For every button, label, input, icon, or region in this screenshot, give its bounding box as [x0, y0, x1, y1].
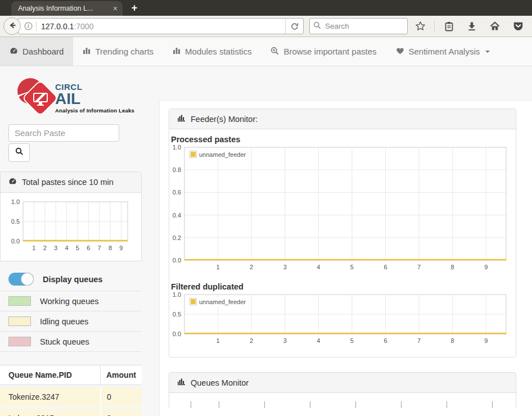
search-paste-input[interactable]	[8, 124, 119, 142]
svg-text:1.0: 1.0	[173, 292, 181, 298]
nav-item-sentiment-analysis[interactable]: Sentiment Analysis	[386, 37, 500, 66]
nav-item-browse-important-pastes[interactable]: Browse important pastes	[261, 37, 386, 66]
search-paste-button[interactable]	[8, 143, 30, 162]
feeder-monitor-panel: Feeder(s) Monitor: Processed pastes 1234…	[169, 108, 516, 358]
chart-legend: unnamed_feeder	[188, 150, 247, 159]
bar-chart-icon	[83, 47, 91, 56]
chart-panel-icon	[177, 114, 186, 124]
heart-icon	[396, 47, 404, 56]
svg-text:6: 6	[384, 264, 387, 270]
svg-text:0.5: 0.5	[173, 311, 181, 318]
svg-text:5: 5	[350, 264, 354, 270]
toggle-knob	[21, 273, 34, 286]
gauge-icon	[8, 177, 17, 187]
processed-pastes-chart: 1234567890.00.20.40.60.81.0unnamed_feede…	[170, 145, 515, 273]
downloads-icon[interactable]	[466, 20, 477, 33]
new-tab-button[interactable]: +	[127, 1, 142, 15]
svg-text:1: 1	[217, 337, 220, 344]
svg-text:2: 2	[250, 337, 253, 344]
queue-table-header: Queue Name.PID Amount	[0, 365, 142, 385]
dashboard-gauge-icon	[10, 47, 18, 57]
svg-text:9: 9	[484, 337, 488, 344]
url-port: :7000	[74, 22, 93, 31]
amount-header: Amount	[100, 365, 142, 385]
total-pastes-title: Total pastes since 10 min	[22, 178, 114, 187]
svg-text:0.8: 0.8	[173, 166, 181, 173]
search-plus-icon	[270, 47, 279, 57]
svg-text:7: 7	[98, 245, 101, 251]
browser-toolbar: 127.0.0.1:7000	[0, 16, 532, 37]
url-text[interactable]: 127.0.0.1:7000	[41, 22, 285, 31]
svg-text:7: 7	[417, 337, 421, 344]
logo-monitor-icon	[33, 93, 48, 102]
svg-text:6: 6	[87, 245, 90, 251]
nav-item-trending-charts[interactable]: Trending charts	[73, 37, 163, 66]
svg-text:0.0: 0.0	[173, 331, 181, 337]
tab-title: Analysis Information L...	[18, 4, 110, 12]
bookmarks-clipboard-icon[interactable]	[443, 20, 454, 33]
feeder-monitor-title: Feeder(s) Monitor:	[191, 115, 258, 124]
nav-item-dashboard[interactable]: Dashboard	[0, 37, 73, 66]
main-content: Feeder(s) Monitor: Processed pastes 1234…	[159, 100, 532, 416]
svg-text:0.0: 0.0	[173, 257, 181, 264]
browser-search-bar[interactable]	[309, 18, 408, 34]
svg-text:2: 2	[43, 245, 47, 251]
svg-text:2: 2	[250, 264, 253, 270]
reload-button[interactable]	[285, 19, 303, 34]
queues-monitor-chart	[169, 393, 516, 408]
site-info-icon[interactable]	[23, 22, 36, 30]
svg-text:4: 4	[317, 264, 320, 270]
chart-panel-icon	[177, 378, 186, 387]
bar-chart-icon	[173, 47, 181, 56]
stuck-queues-swatch	[8, 337, 31, 346]
working-queues-swatch	[8, 296, 31, 306]
total-pastes-panel: Total pastes since 10 min 1234567890.00.…	[0, 171, 142, 261]
browser-titlebar: Analysis Information L... × +	[0, 0, 532, 16]
table-row: Indexer.3315 0	[0, 409, 142, 416]
working-queues-label: Working queues	[40, 297, 99, 306]
queue-amount-cell: 0	[100, 387, 142, 406]
pocket-icon[interactable]	[512, 20, 524, 33]
svg-text:9: 9	[484, 264, 488, 270]
nav-item-modules-statistics[interactable]: Modules statistics	[163, 37, 261, 66]
filtered-duplicated-title: Filtered duplicated	[171, 282, 515, 291]
chart-legend: unnamed_feeder	[188, 297, 247, 306]
queues-monitor-title: Queues Monitor	[191, 378, 249, 387]
tab-close-icon[interactable]: ×	[113, 4, 118, 12]
svg-text:8: 8	[109, 245, 112, 251]
back-button[interactable]	[3, 17, 21, 35]
svg-text:1: 1	[217, 264, 220, 270]
logo-product: AIL	[55, 92, 134, 106]
sidebar: CIRCL AIL Analysis of Information Leaks …	[0, 66, 142, 416]
queue-name-header: Queue Name.PID	[0, 365, 100, 385]
svg-text:5: 5	[350, 337, 354, 344]
svg-text:0.6: 0.6	[173, 189, 181, 196]
url-separator	[36, 21, 37, 31]
feeder-monitor-header: Feeder(s) Monitor:	[169, 109, 516, 129]
nav-label: Modules statistics	[185, 47, 251, 56]
svg-text:0.2: 0.2	[173, 234, 181, 241]
toolbar-separator	[434, 21, 435, 32]
svg-text:8: 8	[451, 337, 454, 344]
home-icon[interactable]	[489, 20, 501, 33]
svg-text:3: 3	[283, 337, 287, 344]
bookmark-star-icon[interactable]	[414, 20, 426, 33]
queue-table: Queue Name.PID Amount Tokenize.3247 0 In…	[0, 365, 142, 416]
nav-label: Dashboard	[22, 47, 64, 56]
total-pastes-panel-header: Total pastes since 10 min	[1, 172, 141, 193]
idling-queues-swatch	[8, 316, 31, 326]
processed-pastes-title: Processed pastes	[171, 135, 515, 144]
queues-monitor-panel: Queues Monitor	[169, 372, 516, 408]
svg-text:0.0: 0.0	[11, 238, 20, 245]
legend-row-stuck: Stuck queues	[0, 332, 142, 352]
browser-tab[interactable]: Analysis Information L... ×	[11, 1, 123, 16]
page-background: CIRCL AIL Analysis of Information Leaks …	[0, 66, 532, 416]
url-bar[interactable]: 127.0.0.1:7000	[18, 18, 304, 34]
nav-label: Browse important pastes	[283, 47, 376, 56]
legend-row-working: Working queues	[0, 291, 142, 311]
display-queues-row: Display queues	[0, 268, 142, 291]
search-icon	[15, 147, 24, 158]
browser-search-input[interactable]	[324, 21, 397, 31]
display-queues-toggle[interactable]	[8, 273, 34, 286]
svg-text:4: 4	[317, 337, 320, 344]
